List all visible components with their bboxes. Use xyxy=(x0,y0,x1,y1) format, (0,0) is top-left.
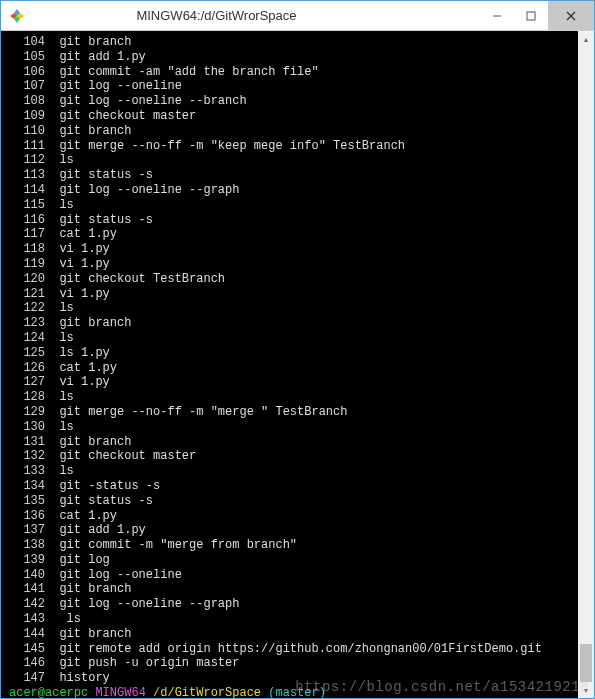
history-line: 105 git add 1.py xyxy=(9,50,578,65)
history-line: 139 git log xyxy=(9,553,578,568)
history-line: 122 ls xyxy=(9,301,578,316)
history-line: 144 git branch xyxy=(9,627,578,642)
scroll-up-icon[interactable]: ▴ xyxy=(578,31,594,47)
history-line: 118 vi 1.py xyxy=(9,242,578,257)
history-line: 123 git branch xyxy=(9,316,578,331)
history-line: 107 git log --oneline xyxy=(9,79,578,94)
history-line: 121 vi 1.py xyxy=(9,287,578,302)
history-line: 129 git merge --no-ff -m "merge " TestBr… xyxy=(9,405,578,420)
history-line: 147 history xyxy=(9,671,578,686)
history-line: 106 git commit -am "add the branch file" xyxy=(9,65,578,80)
history-line: 136 cat 1.py xyxy=(9,509,578,524)
history-line: 108 git log --oneline --branch xyxy=(9,94,578,109)
history-line: 126 cat 1.py xyxy=(9,361,578,376)
scrollbar[interactable]: ▴ ▾ xyxy=(578,31,594,698)
titlebar: MINGW64:/d/GitWrorSpace xyxy=(1,1,594,31)
history-line: 143 ls xyxy=(9,612,578,627)
history-line: 114 git log --oneline --graph xyxy=(9,183,578,198)
history-line: 133 ls xyxy=(9,464,578,479)
history-line: 138 git commit -m "merge from branch" xyxy=(9,538,578,553)
minimize-button[interactable] xyxy=(480,1,514,30)
history-line: 112 ls xyxy=(9,153,578,168)
history-line: 134 git -status -s xyxy=(9,479,578,494)
history-line: 117 cat 1.py xyxy=(9,227,578,242)
history-line: 127 vi 1.py xyxy=(9,375,578,390)
history-line: 120 git checkout TestBranch xyxy=(9,272,578,287)
history-line: 125 ls 1.py xyxy=(9,346,578,361)
history-line: 135 git status -s xyxy=(9,494,578,509)
history-line: 137 git add 1.py xyxy=(9,523,578,538)
history-line: 132 git checkout master xyxy=(9,449,578,464)
history-line: 130 ls xyxy=(9,420,578,435)
history-line: 124 ls xyxy=(9,331,578,346)
history-line: 140 git log --oneline xyxy=(9,568,578,583)
scrollbar-thumb[interactable] xyxy=(580,644,592,682)
window-controls xyxy=(480,1,594,30)
terminal-area: 104 git branch105 git add 1.py106 git co… xyxy=(1,31,594,698)
history-line: 131 git branch xyxy=(9,435,578,450)
svg-rect-5 xyxy=(527,12,535,20)
history-line: 115 ls xyxy=(9,198,578,213)
history-line: 116 git status -s xyxy=(9,213,578,228)
history-line: 111 git merge --no-ff -m "keep mege info… xyxy=(9,139,578,154)
history-line: 141 git branch xyxy=(9,582,578,597)
close-button[interactable] xyxy=(548,1,594,30)
prompt-line: acer@acerpc MINGW64 /d/GitWrorSpace (mas… xyxy=(9,686,578,698)
history-line: 110 git branch xyxy=(9,124,578,139)
maximize-button[interactable] xyxy=(514,1,548,30)
terminal-window: MINGW64:/d/GitWrorSpace 104 git branch10… xyxy=(0,0,595,699)
history-line: 113 git status -s xyxy=(9,168,578,183)
terminal-output[interactable]: 104 git branch105 git add 1.py106 git co… xyxy=(1,31,578,698)
history-line: 119 vi 1.py xyxy=(9,257,578,272)
scroll-down-icon[interactable]: ▾ xyxy=(578,682,594,698)
history-line: 109 git checkout master xyxy=(9,109,578,124)
app-icon xyxy=(9,8,25,24)
history-line: 146 git push -u origin master xyxy=(9,656,578,671)
window-title: MINGW64:/d/GitWrorSpace xyxy=(0,8,480,23)
history-line: 145 git remote add origin https://github… xyxy=(9,642,578,657)
history-line: 142 git log --oneline --graph xyxy=(9,597,578,612)
history-line: 104 git branch xyxy=(9,35,578,50)
history-line: 128 ls xyxy=(9,390,578,405)
